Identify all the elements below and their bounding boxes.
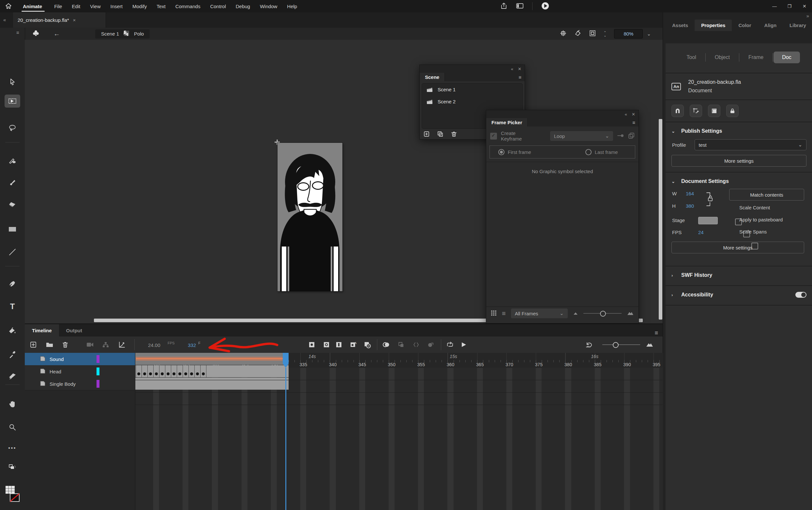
add-scene-icon[interactable] [424, 131, 430, 138]
selection-tool[interactable] [5, 75, 20, 88]
free-transform-tool[interactable] [5, 94, 20, 108]
minimize-button[interactable]: — [767, 2, 782, 10]
center-stage-icon[interactable] [560, 30, 567, 37]
document-tab[interactable]: 20_creation-backup.fla* × [13, 12, 106, 28]
paste-frames-icon[interactable] [397, 341, 405, 348]
profile-select[interactable]: test ⌄ [695, 139, 807, 150]
edit-multiple-frames-icon[interactable] [412, 341, 420, 348]
accessibility-toggle[interactable] [795, 292, 807, 298]
layer-row-sound[interactable]: Sound [25, 353, 135, 366]
tools-menu-icon[interactable]: ≡ [16, 30, 19, 35]
classic-brush-tool[interactable] [5, 176, 20, 189]
timeline-zoom-slider[interactable] [602, 344, 640, 345]
stage[interactable] [278, 143, 342, 291]
subtab-tool[interactable]: Tool [678, 52, 704, 63]
breadcrumb-scene[interactable]: Scene 1 [101, 31, 119, 36]
panel-close-icon[interactable]: ✕ [518, 66, 521, 72]
duplicate-scene-icon[interactable] [437, 131, 443, 138]
panel-menu-icon[interactable]: ≡ [632, 120, 639, 125]
accessibility-header[interactable]: › Accessibility [671, 290, 807, 300]
tab-output[interactable]: Output [59, 324, 89, 337]
swf-history-header[interactable]: › SWF History [671, 270, 807, 280]
onion-skin-range-icon[interactable] [427, 341, 434, 348]
menu-control[interactable]: Control [205, 0, 231, 12]
scene-panel-tab[interactable]: Scene [420, 73, 445, 81]
list-view-icon[interactable]: ≡ [502, 310, 506, 317]
camera-icon[interactable] [86, 341, 94, 348]
menu-commands[interactable]: Commands [171, 0, 205, 12]
width-value[interactable]: 164 [686, 191, 694, 196]
tab-color[interactable]: Color [732, 20, 757, 31]
eyedropper-tool[interactable] [5, 348, 20, 361]
menu-edit[interactable]: Edit [67, 0, 85, 12]
scene-item[interactable]: Scene 1 [422, 83, 522, 95]
menu-insert[interactable]: Insert [105, 0, 127, 12]
first-frame-radio[interactable] [498, 149, 504, 155]
menu-debug[interactable]: Debug [231, 0, 255, 12]
match-contents-button[interactable]: Match contents [729, 189, 804, 201]
layer-row-head[interactable]: Head [25, 365, 135, 378]
menu-animate[interactable]: Animate [17, 0, 49, 12]
clip-content-icon[interactable] [589, 30, 596, 37]
rectangle-tool[interactable] [5, 223, 20, 236]
layer-row-single-body[interactable]: Single Body [25, 377, 135, 390]
zoom-out-thumbs-icon[interactable] [573, 311, 578, 316]
tab-properties[interactable]: Properties [695, 20, 732, 31]
tab-close-icon[interactable]: × [73, 17, 76, 23]
lasso-tool[interactable] [5, 121, 20, 134]
rotate-canvas-icon[interactable] [574, 30, 581, 38]
zoom-dropdown-icon[interactable]: ⌄ [647, 31, 651, 37]
subtab-doc[interactable]: Doc [774, 52, 800, 63]
zoom-tool[interactable] [5, 421, 20, 434]
document-settings-header[interactable]: ⌄ Document Settings [671, 176, 807, 186]
tab-align[interactable]: Align [758, 20, 783, 31]
lock-icon[interactable] [726, 105, 738, 117]
timeline-menu-icon[interactable]: ≡ [655, 330, 663, 337]
back-arrow-icon[interactable]: ← [54, 30, 60, 37]
graph-editor-icon[interactable] [118, 341, 126, 348]
breadcrumb-symbol[interactable]: Polo [134, 31, 144, 36]
collapse-right-icon[interactable]: » [807, 13, 809, 19]
tab-assets[interactable]: Assets [666, 20, 695, 31]
text-tool[interactable]: T [5, 300, 20, 313]
zoom-in-thumbs-icon[interactable] [627, 310, 634, 317]
restore-button[interactable]: ❐ [782, 2, 797, 10]
tab-timeline[interactable]: Timeline [25, 324, 59, 337]
current-frame-value[interactable]: 332 [188, 342, 196, 348]
scene-item[interactable]: Scene 2 [422, 95, 522, 108]
stage-color-swatch[interactable] [698, 217, 718, 224]
pin-frame-icon[interactable] [617, 133, 624, 139]
subtab-frame[interactable]: Frame [740, 52, 772, 63]
pen-tool[interactable] [5, 277, 20, 290]
menu-help[interactable]: Help [282, 0, 302, 12]
layer-frames-tween[interactable] [135, 377, 289, 390]
tab-library[interactable]: Library [783, 20, 812, 31]
link-dimensions-icon[interactable] [705, 191, 714, 209]
last-frame-radio[interactable] [585, 149, 591, 155]
asset-warp-tool[interactable] [5, 369, 20, 382]
line-tool[interactable] [5, 246, 20, 259]
frame-picker-tab[interactable]: Frame Picker [486, 118, 528, 126]
clip-to-stage-icon[interactable] [708, 105, 720, 117]
zoom-value-field[interactable]: 80% [614, 29, 643, 38]
remove-frames-icon[interactable] [363, 341, 371, 348]
loop-playback-icon[interactable] [446, 341, 454, 348]
timeline-zoom-in-icon[interactable] [646, 341, 654, 348]
vertical-scrollbar[interactable] [659, 119, 662, 319]
paint-bucket-tool[interactable] [5, 324, 20, 338]
fps-value[interactable]: 24.00 [148, 342, 161, 348]
frames-grid[interactable]: 13s14s15s16s 310315320325330335340345350… [135, 353, 663, 510]
more-tools-button[interactable]: ••• [5, 441, 20, 454]
layer-frames-sound[interactable] [135, 353, 289, 365]
menu-window[interactable]: Window [255, 0, 282, 12]
new-layer-icon[interactable] [29, 341, 37, 348]
doc-more-settings-button[interactable]: More settings [671, 242, 804, 253]
close-button[interactable]: ✕ [797, 2, 812, 10]
eraser-tool[interactable] [5, 198, 20, 211]
grid-view-icon[interactable] [491, 310, 497, 317]
frames-filter-dropdown[interactable]: All Frames⌄ [511, 309, 568, 318]
insert-blank-keyframe-icon[interactable] [322, 341, 330, 348]
menu-file[interactable]: File [49, 0, 67, 12]
collapse-left-icon[interactable]: « [3, 17, 6, 23]
panel-collapse-icon[interactable]: « [625, 112, 627, 117]
